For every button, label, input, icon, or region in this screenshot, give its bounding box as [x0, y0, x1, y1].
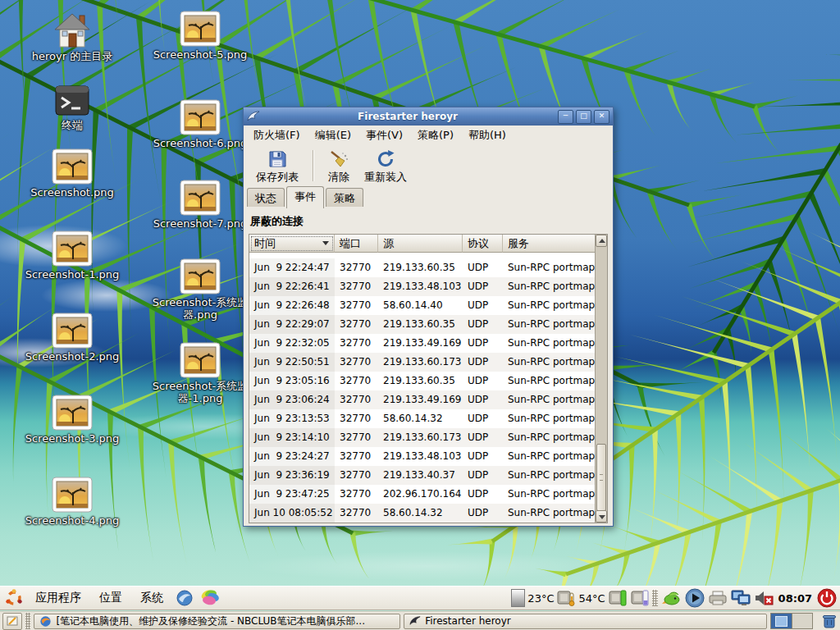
- scrollbar-thumb[interactable]: [596, 444, 606, 511]
- desktop-icon-screenshot-xitongjian-png[interactable]: Screenshot-系统监器.png: [150, 258, 250, 322]
- table-row[interactable]: Jun 9 23:05:1632770219.133.60.35UDPSun-R…: [249, 372, 595, 390]
- desktop-icon-screenshot-5-png[interactable]: Screenshot-5.png: [150, 10, 250, 62]
- cell-time: Jun 9 22:26:41: [249, 277, 335, 296]
- table-row[interactable]: Jun 9 23:24:2732770219.133.48.103UDPSun-…: [249, 447, 595, 466]
- desktop-icon-screenshot-png[interactable]: Screenshot.png: [23, 148, 121, 199]
- cell-source: 219.133.60.35: [378, 315, 463, 334]
- trash-applet-icon[interactable]: [821, 613, 838, 629]
- load-graph-applet[interactable]: [511, 589, 525, 607]
- column-header-time[interactable]: 时间: [249, 235, 335, 253]
- reload-button[interactable]: 重新装入: [357, 147, 414, 187]
- clock[interactable]: 08:07: [778, 592, 812, 605]
- tab-events[interactable]: 事件: [286, 186, 324, 208]
- image-thumbnail-icon: [179, 179, 221, 217]
- firefox-task-icon: [39, 615, 52, 628]
- task-button-browser[interactable]: [笔记本电脑使用、维护及保修经验交流 - NBCLUB笔记本电脑俱乐部...: [34, 614, 400, 629]
- cell-protocol: UDP: [463, 409, 503, 428]
- menu-edit[interactable]: 编辑(E): [310, 126, 361, 145]
- desktop-icon-screenshot-3-png[interactable]: Screenshot-3.png: [23, 394, 121, 445]
- cell-protocol: UDP: [463, 372, 503, 390]
- cell-port: 32770: [335, 372, 378, 390]
- scroll-down-button[interactable]: [596, 510, 607, 523]
- network-monitors-icon[interactable]: [730, 588, 751, 608]
- table-row[interactable]: Jun 9 23:36:1932770219.133.40.37UDPSun-R…: [249, 466, 595, 485]
- menu-events[interactable]: 事件(V): [361, 126, 413, 145]
- show-desktop-button[interactable]: [2, 613, 22, 630]
- cell-port: 32770: [335, 390, 378, 409]
- media-player-tray-icon[interactable]: [684, 587, 705, 609]
- table-row[interactable]: Jun 9 22:29:0732770219.133.60.35UDPSun-R…: [249, 315, 595, 334]
- desktop-icon-screenshot-4-png[interactable]: Screenshot-4.png: [23, 476, 121, 527]
- blocked-connections-table: 时间 端口 源 协议 服务 Jun 9 22:24:4732770219.133…: [249, 234, 608, 523]
- firestarter-window: Firestarter heroyr ─ □ ✕ 防火墙(F) 编辑(E) 事件…: [243, 107, 614, 527]
- table-row[interactable]: Jun 9 23:13:533277058.60.14.32UDPSun-RPC…: [249, 409, 595, 428]
- task-button-firestarter[interactable]: Firestarter heroyr: [404, 614, 767, 629]
- desktop-icon-screenshot-7-png[interactable]: Screenshot-7.png: [150, 179, 250, 231]
- column-header-source[interactable]: 源: [378, 235, 463, 253]
- scroll-up-button[interactable]: [596, 235, 607, 247]
- workspace-2[interactable]: [792, 614, 812, 628]
- desktop-icon-terminal[interactable]: 终端: [23, 84, 121, 132]
- minimize-button[interactable]: ─: [558, 110, 573, 124]
- task-label: [笔记本电脑使用、维护及保修经验交流 - NBCLUB笔记本电脑俱乐部...: [56, 614, 365, 628]
- clear-button[interactable]: 清除: [321, 147, 357, 187]
- browser-launcher-icon[interactable]: [176, 589, 194, 607]
- volume-muted-icon[interactable]: [754, 589, 774, 607]
- chip-battery-full-icon[interactable]: [608, 589, 628, 607]
- tab-status[interactable]: 状态: [247, 188, 285, 208]
- system-menu[interactable]: 系统: [133, 588, 171, 608]
- desktop-icon-screenshot-6-png[interactable]: Screenshot-6.png: [150, 98, 250, 150]
- cell-port: 32770: [335, 466, 378, 485]
- column-header-protocol[interactable]: 协议: [463, 235, 503, 253]
- system-tray: 23°C 54°C: [511, 587, 837, 609]
- printer-tray-icon[interactable]: [708, 590, 728, 606]
- power-logout-icon[interactable]: [817, 588, 837, 608]
- ubuntu-logo-icon[interactable]: [5, 589, 23, 607]
- table-row[interactable]: Jun 9 22:24:4732770219.133.60.35UDPSun-R…: [249, 258, 595, 277]
- table-row[interactable]: Jun 10 08:05:523277058.60.14.32UDPSun-RP…: [249, 504, 595, 523]
- desktop-icon-screenshot-xitongjian-1-png[interactable]: Screenshot-系统监器-1.png: [150, 341, 250, 405]
- menu-firewall[interactable]: 防火墙(F): [249, 126, 310, 145]
- cell-port: 32770: [335, 409, 378, 428]
- table-row[interactable]: Jun 9 23:14:1032770219.133.60.173UDPSun-…: [249, 428, 595, 447]
- workspace-1[interactable]: [771, 614, 792, 628]
- vertical-scrollbar[interactable]: [595, 235, 607, 523]
- chip-battery-low-icon[interactable]: [630, 589, 650, 607]
- cell-time: Jun 9 22:50:51: [249, 353, 335, 372]
- desktop-icon-screenshot-1-png[interactable]: Screenshot-1.png: [23, 230, 121, 281]
- applications-menu[interactable]: 应用程序: [28, 588, 89, 608]
- maximize-button[interactable]: □: [576, 110, 591, 124]
- tab-policy[interactable]: 策略: [326, 188, 363, 208]
- cell-time: Jun 9 22:32:05: [249, 334, 335, 353]
- image-thumbnail-icon: [51, 148, 94, 185]
- fish-applet-icon[interactable]: [660, 589, 682, 607]
- workspace-switcher[interactable]: [770, 613, 813, 629]
- column-header-service[interactable]: 服务: [503, 235, 607, 253]
- desktop-icon-home[interactable]: heroyr 的主目录: [23, 11, 121, 63]
- table-row[interactable]: Jun 9 23:47:2532770202.96.170.164UDPSun-…: [249, 485, 595, 504]
- table-row[interactable]: Jun 9 22:26:483277058.60.14.40UDPSun-RPC…: [249, 296, 595, 315]
- desktop-icon-label: Screenshot.png: [30, 187, 114, 199]
- cell-port: 32770: [335, 296, 378, 315]
- tray-drag-handle[interactable]: [652, 590, 658, 606]
- save-list-button[interactable]: 保存列表: [249, 147, 306, 187]
- chip-thermometer-icon[interactable]: [556, 589, 576, 607]
- cell-service: Sun-RPC portmap: [503, 485, 595, 504]
- table-row[interactable]: Jun 9 22:32:0532770219.133.49.169UDPSun-…: [249, 334, 595, 353]
- cell-protocol: UDP: [463, 485, 503, 504]
- table-row[interactable]: Jun 9 23:06:2432770219.133.49.169UDPSun-…: [249, 390, 595, 409]
- table-row[interactable]: Jun 9 22:50:5132770219.133.60.173UDPSun-…: [249, 353, 595, 372]
- desktop-icon-screenshot-2-png[interactable]: Screenshot-2.png: [23, 312, 121, 363]
- places-menu[interactable]: 位置: [92, 588, 130, 608]
- image-thumbnail-icon: [179, 258, 221, 295]
- table-row[interactable]: Jun 9 22:26:4132770219.133.48.103UDPSun-…: [249, 277, 595, 296]
- taskbar-drag-handle[interactable]: [25, 613, 31, 629]
- close-button[interactable]: ✕: [594, 110, 609, 124]
- column-header-port[interactable]: 端口: [335, 235, 378, 253]
- menu-help[interactable]: 帮助(H): [463, 126, 516, 145]
- cell-source: 202.96.170.164: [378, 485, 463, 504]
- window-titlebar[interactable]: Firestarter heroyr ─ □ ✕: [244, 107, 613, 126]
- menu-policy[interactable]: 策略(P): [413, 126, 463, 145]
- graphics-launcher-icon[interactable]: [200, 589, 218, 607]
- cell-protocol: UDP: [463, 447, 503, 466]
